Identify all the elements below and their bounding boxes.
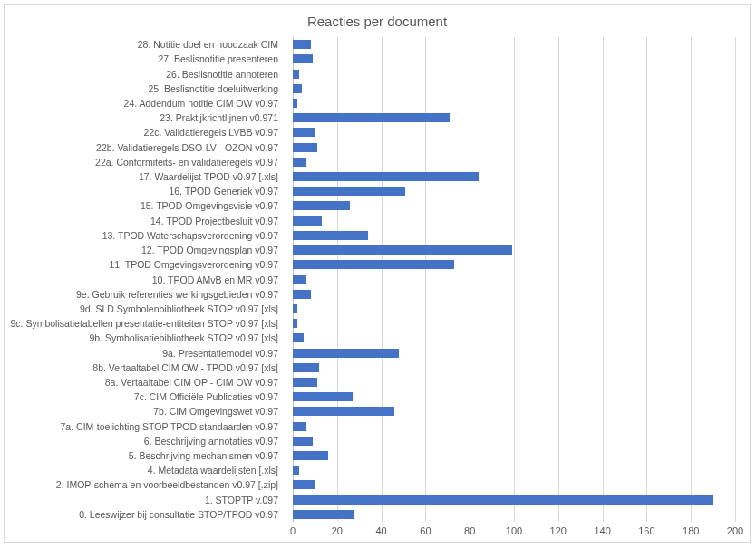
bar [293,437,313,446]
chart-frame: Reacties per document 28. Notitie doel e… [4,4,751,543]
y-tick-label: 10. TPOD AMvB en MR v0.97 [152,275,278,285]
y-tick-label: 1. STOPTP v.097 [205,495,278,505]
x-tick-label: 180 [683,525,699,536]
bar [293,40,311,49]
x-tick-label: 100 [506,525,522,536]
bar [293,231,368,240]
gridline [558,37,559,522]
y-tick-label: 9c. Symbolisatietabellen presentatie-ent… [10,319,278,329]
y-tick-label: 9b. Symbolisatiebibliotheek STOP v0.97 [… [89,333,278,343]
y-tick-label: 24. Addendum notitie CIM OW v0.97 [124,99,278,109]
bar [293,392,353,401]
x-tick-label: 40 [375,525,386,536]
y-tick-label: 9d. SLD Symbolenbibliotheek STOP v0.97 [… [80,304,278,314]
y-tick-label: 0. Leeswijzer bij consultatie STOP/TPOD … [79,510,278,520]
bar [293,422,306,431]
y-tick-label: 8b. Vertaaltabel CIM OW - TPOD v0.97 [xl… [92,363,278,373]
y-tick-label: 7b. CIM Omgevingswet v0.97 [153,407,278,417]
bar [293,187,405,196]
bar [293,172,479,181]
bar [293,216,322,226]
bar [293,510,354,519]
gridline [514,37,515,522]
bar [293,245,512,255]
bar [293,143,317,152]
y-tick-label: 12. TPOD Omgevingsplan v0.97 [141,245,278,255]
y-tick-label: 25. Beslisnotitie doeluitwerking [148,84,278,94]
bar [293,260,454,269]
bar [293,480,315,489]
y-tick-label: 13. TPOD Waterschapsverordening v0.97 [102,231,278,241]
bar [293,201,350,210]
y-tick-label: 6. Beschrijving annotaties v0.97 [144,437,278,447]
plot-area [293,37,735,522]
bar [293,304,297,313]
bar [293,363,319,372]
y-tick-label: 5. Beschrijving mechanismen v0.97 [129,451,278,461]
y-tick-label: 7a. CIM-toelichting STOP TPOD standaarde… [61,422,278,432]
gridline [425,37,426,522]
y-tick-label: 22c. Validatieregels LVBB v0.97 [144,128,278,138]
x-tick-label: 60 [420,525,431,536]
y-tick-label: 26. Beslisnotitie annoteren [166,70,278,80]
y-tick-label: 28. Notitie doel en noodzaak CIM [138,40,278,50]
y-tick-label: 8a. Vertaaltabel CIM OP - CIM OW v0.97 [105,378,278,388]
y-tick-label: 23. Praktijkrichtlijnen v0.971 [160,113,278,123]
y-tick-label: 11. TPOD Omgevingsverordening v0.97 [109,260,278,270]
bar [293,407,394,416]
y-tick-label: 16. TPOD Generiek v0.97 [169,187,278,197]
y-tick-label: 27. Beslisnotitie presenteren [159,54,279,64]
chart-title: Reacties per document [5,14,750,29]
x-tick-label: 160 [638,525,654,536]
bar [293,378,317,387]
bar [293,319,297,328]
gridline [337,37,338,522]
bar [293,451,328,460]
x-tick-label: 200 [727,525,743,536]
y-tick-label: 4. Metadata waardelijsten [.xls] [148,466,278,476]
gridline [382,37,383,522]
bar [293,495,713,505]
gridline [646,37,647,522]
bar [293,158,306,167]
gridline [691,37,692,522]
y-tick-label: 15. TPOD Omgevingsvisie v0.97 [141,201,278,211]
y-tick-label: 14. TPOD Projectbesluit v0.97 [150,216,278,226]
bar [293,349,399,358]
bar [293,333,304,342]
bar [293,113,450,122]
y-tick-label: 22a. Conformiteits- en validatieregels v… [95,158,278,168]
x-tick-label: 120 [550,525,567,536]
y-tick-label: 9a. Presentatiemodel v0.97 [162,349,278,359]
y-tick-label: 22b. Validatieregels DSO-LV - OZON v0.97 [96,143,278,153]
x-tick-label: 20 [332,525,343,536]
bar [293,70,299,79]
bar [293,84,302,93]
y-tick-label: 9e. Gebruik referenties werkingsgebieden… [76,290,278,300]
bar [293,99,297,108]
bar [293,466,299,475]
y-tick-label: 2. IMOP-schema en voorbeeldbestanden v0.… [56,480,278,490]
gridline [603,37,604,522]
bar [293,290,311,299]
x-tick-label: 0 [290,525,296,536]
y-tick-label: 7c. CIM Officiële Publicaties v0.97 [134,392,278,402]
gridline [735,37,736,522]
x-tick-label: 140 [594,525,610,536]
gridline [470,37,470,522]
y-tick-label: 17. Waardelijst TPOD v0.97 [.xls] [139,172,278,182]
x-tick-label: 80 [464,525,475,536]
bar [293,128,315,137]
bar [293,54,313,63]
bar [293,275,306,284]
